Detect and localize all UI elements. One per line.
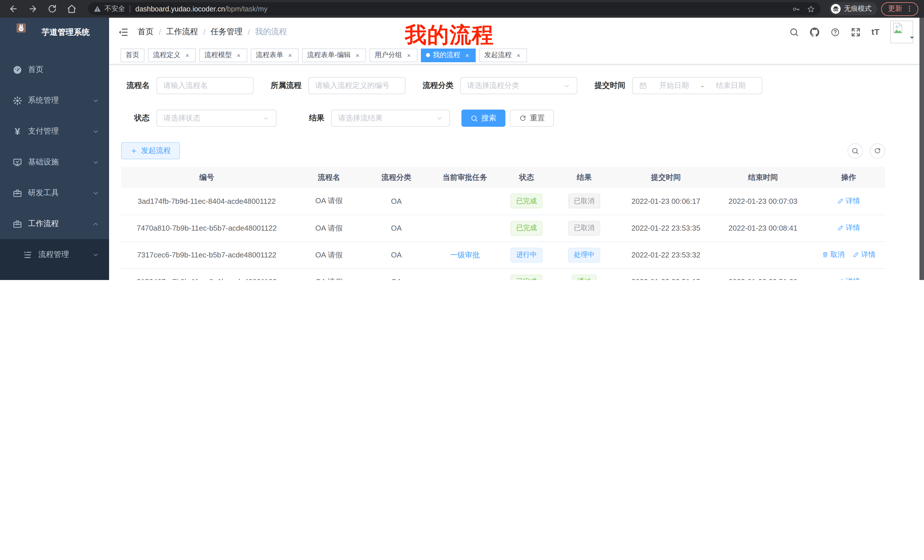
reload-icon[interactable] bbox=[47, 4, 57, 14]
tab-process-form[interactable]: 流程表单× bbox=[251, 48, 298, 62]
tab-user-group[interactable]: 用户分组× bbox=[369, 48, 417, 62]
chevron-down-icon bbox=[92, 251, 99, 258]
result-select[interactable]: 请选择流结果 bbox=[331, 109, 450, 127]
tab-label: 发起流程 bbox=[484, 50, 512, 60]
table-toolbar: 发起流程 bbox=[121, 142, 885, 159]
status-badge: 已完成 bbox=[510, 274, 543, 280]
browser-menu-icon[interactable] bbox=[906, 5, 913, 13]
sidebar-item-payment[interactable]: ¥支付管理 bbox=[0, 116, 109, 147]
cell-submit-time: 2022-01-22 23:51:15 bbox=[618, 268, 714, 280]
tab-label: 流程定义 bbox=[153, 50, 180, 60]
window-scrollbar[interactable] bbox=[920, 18, 924, 280]
browser-window: 不安全 dashboard.yudao.iocoder.cn/bpm/task/… bbox=[0, 0, 924, 280]
process-category-select[interactable]: 请选择流程分类 bbox=[460, 77, 578, 94]
toggle-search-button[interactable] bbox=[848, 143, 863, 159]
table-body: 3ad174fb-7b9d-11ec-8404-acde48001122OA 请… bbox=[121, 188, 885, 280]
bookmark-star-icon[interactable] bbox=[807, 5, 815, 13]
tab-process-model[interactable]: 流程模型× bbox=[199, 48, 247, 62]
status-label: 状态 bbox=[121, 113, 156, 123]
font-size-icon[interactable]: tT bbox=[872, 27, 879, 37]
plus-icon bbox=[130, 147, 138, 154]
cell-category: OA bbox=[366, 241, 427, 268]
result-label: 结果 bbox=[288, 113, 331, 123]
close-icon[interactable]: × bbox=[184, 52, 191, 58]
breadcrumb-item[interactable]: 工作流程 bbox=[166, 27, 198, 37]
breadcrumb-item[interactable]: 任务管理 bbox=[211, 27, 243, 37]
cancel-link[interactable]: 取消 bbox=[822, 250, 844, 260]
question-icon[interactable] bbox=[830, 27, 840, 37]
start-process-button[interactable]: 发起流程 bbox=[121, 142, 180, 159]
close-icon[interactable]: × bbox=[286, 52, 294, 58]
back-icon[interactable] bbox=[9, 4, 18, 14]
breadcrumb-separator: / bbox=[248, 27, 250, 36]
app-title: 芋道管理系统 bbox=[42, 27, 90, 38]
sidebar-item-process-management[interactable]: 流程管理 bbox=[0, 239, 109, 270]
delete-icon bbox=[822, 252, 829, 258]
tab-process-form-edit[interactable]: 流程表单-编辑× bbox=[302, 48, 366, 62]
close-icon[interactable]: × bbox=[515, 52, 522, 58]
close-icon[interactable]: × bbox=[354, 52, 361, 58]
cell-current-task bbox=[427, 268, 502, 280]
status-badge: 通过 bbox=[572, 274, 597, 280]
sidebar-item-task-management[interactable]: 任务管理 bbox=[0, 270, 109, 280]
chevron-down-icon bbox=[92, 159, 99, 166]
detail-link[interactable]: 详情 bbox=[853, 250, 876, 260]
refresh-table-button[interactable] bbox=[870, 143, 885, 159]
detail-link[interactable]: 详情 bbox=[837, 223, 860, 233]
close-icon[interactable]: × bbox=[464, 52, 471, 58]
search-button[interactable]: 搜索 bbox=[461, 109, 506, 127]
app-logo-row[interactable]: 芋道管理系统 bbox=[0, 18, 109, 47]
cell-category: OA bbox=[366, 188, 427, 215]
update-button[interactable]: 更新 bbox=[881, 2, 918, 16]
list-tree-icon bbox=[23, 250, 33, 259]
home-icon[interactable] bbox=[67, 4, 76, 14]
tab-label: 流程模型 bbox=[204, 50, 232, 60]
sidebar-item-workflow[interactable]: 工作流程 bbox=[0, 208, 109, 239]
cell-category: OA bbox=[366, 268, 427, 280]
breadcrumb-item[interactable]: 首页 bbox=[138, 27, 154, 37]
task-link[interactable]: 一级审批 bbox=[450, 250, 480, 259]
close-icon[interactable]: × bbox=[235, 52, 242, 58]
status-badge: 处理中 bbox=[568, 247, 600, 262]
sidebar-item-home[interactable]: 首页 bbox=[0, 54, 109, 85]
cell-submit-time: 2022-01-22 23:53:35 bbox=[618, 215, 714, 241]
process-name-input[interactable]: 请输入流程名 bbox=[156, 77, 254, 94]
password-key-icon[interactable] bbox=[792, 5, 800, 13]
avatar-caret-down-icon[interactable] bbox=[909, 34, 915, 41]
column-header: 编号 bbox=[121, 167, 292, 188]
reset-button[interactable]: 重置 bbox=[510, 109, 554, 127]
cell-submit-time: 2022-01-23 00:06:17 bbox=[618, 188, 714, 215]
sidebar-collapse-icon[interactable] bbox=[118, 27, 129, 37]
address-bar[interactable]: 不安全 dashboard.yudao.iocoder.cn/bpm/task/… bbox=[88, 2, 820, 15]
status-select[interactable]: 请选择状态 bbox=[156, 109, 276, 127]
edit-icon bbox=[837, 278, 844, 280]
filter-process-name: 流程名 请输入流程名 bbox=[121, 77, 254, 94]
tab-home[interactable]: 首页 bbox=[120, 48, 144, 62]
breadcrumb-item: 我的流程 bbox=[255, 27, 287, 37]
calendar-icon bbox=[639, 82, 647, 90]
sidebar-item-infrastructure[interactable]: 基础设施 bbox=[0, 147, 109, 178]
refresh-icon bbox=[874, 147, 881, 154]
sidebar-item-system[interactable]: 系统管理 bbox=[0, 85, 109, 116]
search-icon[interactable] bbox=[789, 27, 799, 37]
forward-icon[interactable] bbox=[28, 4, 38, 14]
edit-icon bbox=[837, 225, 844, 232]
sidebar-item-dev-tools[interactable]: 研发工具 bbox=[0, 178, 109, 208]
tab-process-definition[interactable]: 流程定义× bbox=[148, 48, 196, 62]
close-icon[interactable]: × bbox=[405, 52, 412, 58]
submit-time-daterange[interactable]: 开始日期 - 结束日期 bbox=[632, 77, 762, 94]
detail-link[interactable]: 详情 bbox=[837, 196, 860, 206]
github-icon[interactable] bbox=[810, 27, 819, 37]
table-row: 3ad174fb-7b9d-11ec-8404-acde48001122OA 请… bbox=[121, 188, 885, 215]
process-definition-input[interactable]: 请输入流程定义的编号 bbox=[308, 77, 405, 94]
cell-id: 7470a810-7b9b-11ec-b5b7-acde48001122 bbox=[121, 215, 292, 241]
fullscreen-icon[interactable] bbox=[851, 27, 861, 37]
detail-link[interactable]: 详情 bbox=[837, 277, 860, 280]
tab-start-process[interactable]: 发起流程× bbox=[479, 48, 527, 62]
column-header: 提交时间 bbox=[618, 167, 714, 188]
top-navbar: 首页/工作流程/任务管理/我的流程 tT bbox=[109, 18, 924, 46]
cell-status: 已完成 bbox=[502, 188, 550, 215]
not-secure-warning-icon bbox=[94, 5, 101, 13]
submenu-workflow: 流程管理任务管理我的流程待办任务已办任务请假查询 bbox=[0, 239, 109, 280]
tab-my-process[interactable]: 我的流程× bbox=[421, 48, 476, 62]
